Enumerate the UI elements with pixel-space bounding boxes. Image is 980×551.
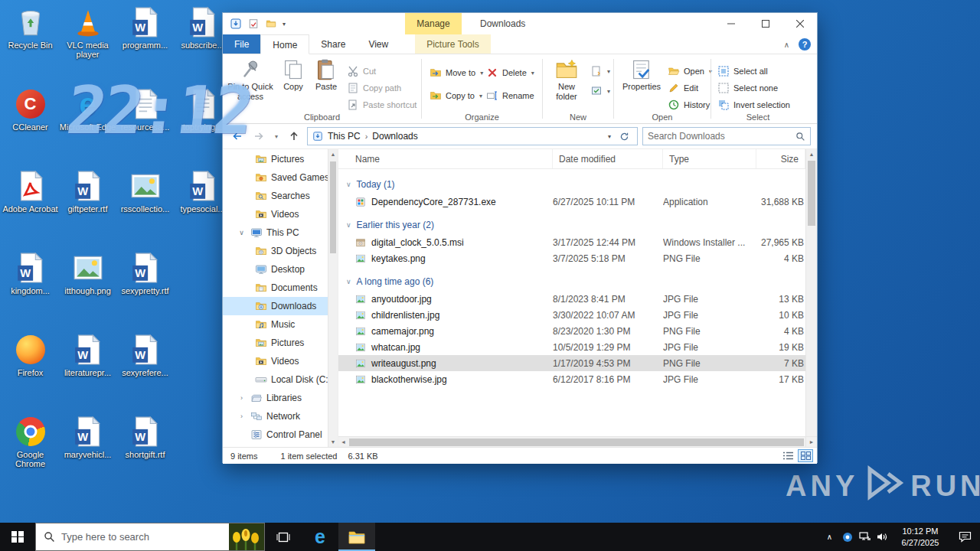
- sidebar-item-network[interactable]: ›Network: [223, 407, 338, 425]
- action-center-icon[interactable]: [949, 531, 980, 543]
- desktop-icon-adobe-acrobat[interactable]: Adobe Acrobat: [2, 165, 59, 247]
- column-header-type[interactable]: Type: [663, 149, 756, 168]
- task-view-button[interactable]: [265, 523, 302, 551]
- copy-path-button[interactable]: Copy path: [347, 82, 401, 94]
- tab-home[interactable]: Home: [260, 34, 309, 54]
- sidebar-item-videos[interactable]: Videos: [223, 352, 338, 370]
- desktop-icon-firefox[interactable]: Firefox: [2, 329, 59, 411]
- desktop-icon-literaturepr[interactable]: Wliteraturepr...: [59, 329, 116, 411]
- desktop-icon-google-chrome[interactable]: Google Chrome: [2, 411, 59, 493]
- desktop-icon-vlc-media-player[interactable]: VLC media player: [59, 2, 116, 83]
- nav-pane-scrollbar[interactable]: ▲▼: [328, 149, 338, 447]
- desktop-icon-ccleaner[interactable]: CCleaner: [2, 83, 59, 165]
- select-none-button[interactable]: Select none: [717, 82, 778, 94]
- explorer-search-box[interactable]: [642, 127, 811, 145]
- taskbar-clock[interactable]: 10:12 PM 6/27/2025: [891, 526, 949, 548]
- horizontal-scrollbar-thumb[interactable]: [349, 439, 804, 446]
- manage-contextual-chip[interactable]: Manage: [405, 13, 462, 34]
- help-icon[interactable]: [799, 38, 811, 51]
- file-row-whatcan-jpg[interactable]: whatcan.jpg10/5/2019 1:29 PMJPG File19 K…: [338, 339, 805, 355]
- sidebar-item-this-pc[interactable]: ∨This PC: [223, 223, 338, 242]
- copy-to-button[interactable]: Copy to▾: [430, 90, 482, 102]
- sidebar-item-libraries[interactable]: ›Libraries: [223, 389, 338, 407]
- select-all-button[interactable]: Select all: [717, 65, 768, 77]
- move-to-button[interactable]: Move to▾: [430, 67, 483, 79]
- sidebar-item-music[interactable]: Music: [223, 315, 338, 334]
- recent-locations-icon[interactable]: ▾: [272, 133, 281, 140]
- taskbar-search-input[interactable]: [61, 531, 199, 543]
- qat-new-folder-icon[interactable]: [265, 18, 277, 30]
- group-header-earlier-this-year-2[interactable]: ∨Earlier this year (2): [338, 216, 805, 234]
- group-header-a-long-time-ago-6[interactable]: ∨A long time ago (6): [338, 272, 805, 291]
- expander-icon[interactable]: ∨: [346, 181, 351, 188]
- start-button[interactable]: [0, 523, 35, 551]
- search-highlight-image[interactable]: [229, 523, 264, 550]
- expander-icon[interactable]: ›: [237, 412, 247, 420]
- vertical-scrollbar-thumb[interactable]: [808, 161, 815, 226]
- desktop-icon-maryvehicl[interactable]: Wmaryvehicl...: [59, 411, 116, 493]
- scroll-right-icon[interactable]: ►: [806, 436, 817, 447]
- tab-share[interactable]: Share: [309, 34, 357, 54]
- nav-scrollbar-thumb[interactable]: [330, 161, 336, 253]
- desktop-icon-shortgift-rtf[interactable]: Wshortgift.rtf: [116, 411, 174, 493]
- column-header-name[interactable]: Name: [338, 149, 553, 168]
- desktop-icon-giftpeter-rtf[interactable]: Wgiftpeter.rtf: [59, 165, 116, 247]
- breadcrumb-downloads[interactable]: Downloads: [372, 131, 417, 142]
- maximize-button[interactable]: [748, 13, 782, 34]
- cut-button[interactable]: Cut: [347, 65, 376, 77]
- sidebar-item-control-panel[interactable]: Control Panel: [223, 425, 338, 444]
- column-header-size[interactable]: Size: [756, 149, 805, 168]
- sidebar-item-local-disk-c[interactable]: Local Disk (C:): [223, 370, 338, 389]
- edit-button[interactable]: Edit: [668, 82, 698, 94]
- desktop-icon-sexypretty-rtf[interactable]: Wsexypretty.rtf: [116, 247, 174, 329]
- file-row-keytakes-png[interactable]: keytakes.png3/7/2025 5:18 PMPNG File4 KB: [338, 250, 805, 266]
- forward-button[interactable]: [250, 128, 267, 145]
- expander-icon[interactable]: ›: [237, 394, 247, 402]
- expander-icon[interactable]: ∨: [346, 221, 351, 229]
- sidebar-item-documents[interactable]: Documents: [223, 279, 338, 297]
- desktop-icon-programm[interactable]: Wprogramm...: [116, 2, 174, 83]
- sidebar-item-videos[interactable]: Videos: [223, 205, 338, 223]
- taskbar-search-box[interactable]: [35, 523, 265, 551]
- tab-picture-tools[interactable]: Picture Tools: [415, 34, 490, 54]
- open-button[interactable]: Open▾: [668, 65, 712, 77]
- refresh-icon[interactable]: [616, 128, 632, 145]
- paste-button[interactable]: Paste: [310, 58, 342, 92]
- column-header-date-modified[interactable]: Date modified: [553, 149, 663, 168]
- sidebar-item-searches[interactable]: Searches: [223, 187, 338, 205]
- desktop-icon-sexyrefere[interactable]: Wsexyrefere...: [116, 329, 174, 411]
- volume-icon[interactable]: [874, 523, 891, 551]
- digital-clock-overlay[interactable]: 22:12: [63, 72, 255, 148]
- desktop-icon-rsscollectio[interactable]: rsscollectio...: [116, 165, 174, 247]
- address-box[interactable]: This PC › Downloads ▾: [307, 127, 638, 145]
- file-row-blackotherwise-jpg[interactable]: blackotherwise.jpg6/12/2017 8:16 PMJPG F…: [338, 371, 805, 387]
- new-folder-button[interactable]: New folder: [549, 58, 584, 102]
- details-view-toggle[interactable]: [780, 449, 795, 462]
- desktop-icon-kingdom[interactable]: Wkingdom...: [2, 247, 59, 329]
- sidebar-item-downloads[interactable]: Downloads: [223, 297, 338, 315]
- network-icon[interactable]: [856, 523, 874, 551]
- scroll-up-icon[interactable]: ▲: [328, 149, 338, 159]
- history-button[interactable]: History: [668, 99, 710, 111]
- taskbar-file-explorer-button[interactable]: [338, 523, 375, 551]
- file-row-digital-clock-5-0-5-msi[interactable]: digital_clock_5.0.5.msi3/17/2025 12:44 P…: [338, 234, 805, 250]
- sidebar-item-saved-games[interactable]: Saved Games: [223, 168, 338, 187]
- easy-access-button[interactable]: ▾: [590, 85, 610, 97]
- taskbar-edge-button[interactable]: [302, 523, 338, 551]
- thumbnails-view-toggle[interactable]: [798, 449, 813, 462]
- expander-icon[interactable]: ∨: [346, 278, 351, 285]
- desktop-icon-recycle-bin[interactable]: Recycle Bin: [2, 2, 59, 83]
- up-button[interactable]: [286, 128, 302, 145]
- explorer-search-input[interactable]: [648, 131, 795, 142]
- horizontal-scrollbar[interactable]: ◄: [338, 436, 805, 447]
- scroll-down-icon[interactable]: ▼: [328, 437, 338, 447]
- file-row-anyoutdoor-jpg[interactable]: anyoutdoor.jpg8/1/2023 8:41 PMJPG File13…: [338, 291, 805, 307]
- tab-view[interactable]: View: [357, 34, 400, 54]
- sidebar-item-3d-objects[interactable]: 3D Objects: [223, 242, 338, 260]
- file-row-writeaugust-png[interactable]: writeaugust.png1/17/2019 4:53 PMPNG File…: [338, 355, 805, 371]
- file-row-childrenlisten-jpg[interactable]: childrenlisten.jpg3/30/2022 10:07 AMJPG …: [338, 307, 805, 323]
- sidebar-item-pictures[interactable]: Pictures: [223, 334, 338, 352]
- address-dropdown-icon[interactable]: ▾: [608, 133, 611, 140]
- tray-expand-icon[interactable]: ∧: [821, 523, 838, 551]
- new-item-button[interactable]: ▾: [590, 65, 610, 77]
